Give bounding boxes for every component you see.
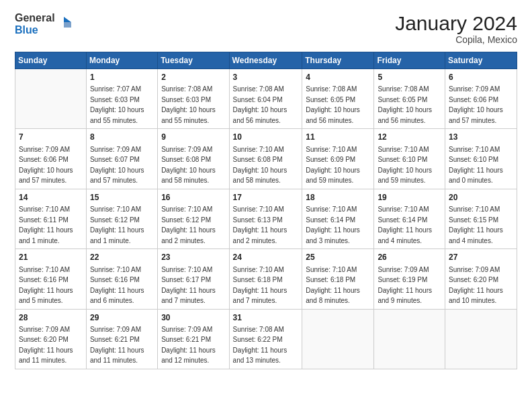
day-number: 6 xyxy=(449,72,513,83)
day-number: 5 xyxy=(378,72,441,83)
day-info: Sunrise: 7:10 AM Sunset: 6:11 PM Dayligh… xyxy=(19,205,73,244)
day-number: 17 xyxy=(233,192,299,203)
day-number: 29 xyxy=(90,312,154,324)
day-info: Sunrise: 7:10 AM Sunset: 6:13 PM Dayligh… xyxy=(233,205,287,244)
day-number: 2 xyxy=(161,72,225,83)
day-number: 1 xyxy=(90,72,154,83)
day-number: 9 xyxy=(161,132,225,143)
calendar-cell: 29 Sunrise: 7:09 AM Sunset: 6:21 PM Dayl… xyxy=(86,309,157,369)
calendar-cell xyxy=(445,309,517,369)
week-row-4: 21 Sunrise: 7:10 AM Sunset: 6:16 PM Dayl… xyxy=(15,249,517,309)
day-info: Sunrise: 7:08 AM Sunset: 6:22 PM Dayligh… xyxy=(233,326,287,365)
day-number: 26 xyxy=(378,252,441,263)
day-info: Sunrise: 7:10 AM Sunset: 6:16 PM Dayligh… xyxy=(19,266,73,305)
calendar-cell: 11 Sunrise: 7:10 AM Sunset: 6:09 PM Dayl… xyxy=(302,129,374,189)
day-info: Sunrise: 7:10 AM Sunset: 6:10 PM Dayligh… xyxy=(449,146,503,185)
calendar-cell: 6 Sunrise: 7:09 AM Sunset: 6:06 PM Dayli… xyxy=(445,69,517,129)
calendar-cell: 24 Sunrise: 7:10 AM Sunset: 6:18 PM Dayl… xyxy=(229,249,302,309)
day-number: 21 xyxy=(19,252,83,263)
calendar-cell: 9 Sunrise: 7:09 AM Sunset: 6:08 PM Dayli… xyxy=(158,129,229,189)
col-header-saturday: Saturday xyxy=(445,52,517,69)
calendar-cell: 22 Sunrise: 7:10 AM Sunset: 6:16 PM Dayl… xyxy=(86,249,157,309)
day-info: Sunrise: 7:08 AM Sunset: 6:05 PM Dayligh… xyxy=(306,85,360,124)
col-header-tuesday: Tuesday xyxy=(158,52,229,69)
day-info: Sunrise: 7:10 AM Sunset: 6:12 PM Dayligh… xyxy=(90,205,144,244)
day-info: Sunrise: 7:10 AM Sunset: 6:09 PM Dayligh… xyxy=(306,146,360,185)
day-info: Sunrise: 7:10 AM Sunset: 6:17 PM Dayligh… xyxy=(161,266,216,305)
calendar-table: SundayMondayTuesdayWednesdayThursdayFrid… xyxy=(15,52,517,369)
calendar-cell xyxy=(15,69,87,129)
logo-general: General xyxy=(15,12,55,24)
calendar-cell: 8 Sunrise: 7:09 AM Sunset: 6:07 PM Dayli… xyxy=(86,129,157,189)
logo-wordmark: General Blue xyxy=(15,12,55,36)
day-number: 14 xyxy=(19,192,83,203)
day-info: Sunrise: 7:08 AM Sunset: 6:03 PM Dayligh… xyxy=(161,85,216,124)
calendar-cell xyxy=(374,309,445,369)
calendar-cell: 21 Sunrise: 7:10 AM Sunset: 6:16 PM Dayl… xyxy=(15,249,87,309)
day-number: 12 xyxy=(378,132,441,143)
logo-blue: Blue xyxy=(15,24,55,36)
day-number: 10 xyxy=(233,132,299,143)
day-info: Sunrise: 7:09 AM Sunset: 6:06 PM Dayligh… xyxy=(449,85,503,124)
calendar-cell: 16 Sunrise: 7:10 AM Sunset: 6:12 PM Dayl… xyxy=(158,189,229,248)
calendar-cell: 3 Sunrise: 7:08 AM Sunset: 6:04 PM Dayli… xyxy=(229,69,302,129)
main-title: January 2024 xyxy=(395,12,517,34)
day-info: Sunrise: 7:10 AM Sunset: 6:10 PM Dayligh… xyxy=(378,146,432,185)
day-number: 20 xyxy=(449,192,513,203)
calendar-cell: 14 Sunrise: 7:10 AM Sunset: 6:11 PM Dayl… xyxy=(15,189,87,248)
day-number: 15 xyxy=(90,192,154,203)
day-info: Sunrise: 7:07 AM Sunset: 6:03 PM Dayligh… xyxy=(90,85,144,124)
day-number: 8 xyxy=(90,132,154,143)
day-number: 16 xyxy=(161,192,225,203)
logo-sail-icon xyxy=(56,15,71,30)
calendar-cell: 30 Sunrise: 7:09 AM Sunset: 6:21 PM Dayl… xyxy=(158,309,229,369)
day-info: Sunrise: 7:08 AM Sunset: 6:04 PM Dayligh… xyxy=(233,85,287,124)
day-info: Sunrise: 7:08 AM Sunset: 6:05 PM Dayligh… xyxy=(378,85,432,124)
day-info: Sunrise: 7:10 AM Sunset: 6:08 PM Dayligh… xyxy=(233,146,287,185)
calendar-cell: 12 Sunrise: 7:10 AM Sunset: 6:10 PM Dayl… xyxy=(374,129,445,189)
calendar-cell: 17 Sunrise: 7:10 AM Sunset: 6:13 PM Dayl… xyxy=(229,189,302,248)
calendar-cell: 23 Sunrise: 7:10 AM Sunset: 6:17 PM Dayl… xyxy=(158,249,229,309)
calendar-cell: 19 Sunrise: 7:10 AM Sunset: 6:14 PM Dayl… xyxy=(374,189,445,248)
calendar-cell: 1 Sunrise: 7:07 AM Sunset: 6:03 PM Dayli… xyxy=(86,69,157,129)
svg-marker-1 xyxy=(64,22,71,28)
day-info: Sunrise: 7:09 AM Sunset: 6:20 PM Dayligh… xyxy=(19,326,73,365)
col-header-monday: Monday xyxy=(86,52,157,69)
day-number: 11 xyxy=(306,132,370,143)
day-info: Sunrise: 7:10 AM Sunset: 6:16 PM Dayligh… xyxy=(90,266,144,305)
day-number: 22 xyxy=(90,252,154,263)
col-header-wednesday: Wednesday xyxy=(229,52,302,69)
day-number: 30 xyxy=(161,312,225,324)
calendar-cell: 27 Sunrise: 7:09 AM Sunset: 6:20 PM Dayl… xyxy=(445,249,517,309)
calendar-cell: 20 Sunrise: 7:10 AM Sunset: 6:15 PM Dayl… xyxy=(445,189,517,248)
week-row-5: 28 Sunrise: 7:09 AM Sunset: 6:20 PM Dayl… xyxy=(15,309,517,369)
calendar-cell: 26 Sunrise: 7:09 AM Sunset: 6:19 PM Dayl… xyxy=(374,249,445,309)
header: General Blue January 2024 Copila, Mexico xyxy=(15,12,517,45)
subtitle: Copila, Mexico xyxy=(395,34,517,45)
calendar-cell: 13 Sunrise: 7:10 AM Sunset: 6:10 PM Dayl… xyxy=(445,129,517,189)
week-row-1: 1 Sunrise: 7:07 AM Sunset: 6:03 PM Dayli… xyxy=(15,69,517,129)
day-info: Sunrise: 7:09 AM Sunset: 6:21 PM Dayligh… xyxy=(161,326,216,365)
page: General Blue January 2024 Copila, Mexico… xyxy=(0,0,532,411)
day-number: 23 xyxy=(161,252,225,263)
day-info: Sunrise: 7:10 AM Sunset: 6:14 PM Dayligh… xyxy=(306,205,360,244)
calendar-cell: 4 Sunrise: 7:08 AM Sunset: 6:05 PM Dayli… xyxy=(302,69,374,129)
svg-marker-0 xyxy=(64,17,71,22)
calendar-cell: 10 Sunrise: 7:10 AM Sunset: 6:08 PM Dayl… xyxy=(229,129,302,189)
day-number: 18 xyxy=(306,192,370,203)
day-number: 13 xyxy=(449,132,513,143)
week-row-2: 7 Sunrise: 7:09 AM Sunset: 6:06 PM Dayli… xyxy=(15,129,517,189)
day-info: Sunrise: 7:09 AM Sunset: 6:20 PM Dayligh… xyxy=(449,266,503,305)
calendar-cell: 25 Sunrise: 7:10 AM Sunset: 6:18 PM Dayl… xyxy=(302,249,374,309)
calendar-cell: 7 Sunrise: 7:09 AM Sunset: 6:06 PM Dayli… xyxy=(15,129,87,189)
day-info: Sunrise: 7:10 AM Sunset: 6:18 PM Dayligh… xyxy=(306,266,360,305)
day-info: Sunrise: 7:10 AM Sunset: 6:12 PM Dayligh… xyxy=(161,205,216,244)
calendar-cell: 2 Sunrise: 7:08 AM Sunset: 6:03 PM Dayli… xyxy=(158,69,229,129)
calendar-cell: 15 Sunrise: 7:10 AM Sunset: 6:12 PM Dayl… xyxy=(86,189,157,248)
calendar-cell: 28 Sunrise: 7:09 AM Sunset: 6:20 PM Dayl… xyxy=(15,309,87,369)
day-info: Sunrise: 7:10 AM Sunset: 6:14 PM Dayligh… xyxy=(378,205,432,244)
col-header-thursday: Thursday xyxy=(302,52,374,69)
calendar-cell: 31 Sunrise: 7:08 AM Sunset: 6:22 PM Dayl… xyxy=(229,309,302,369)
calendar-cell xyxy=(302,309,374,369)
day-info: Sunrise: 7:10 AM Sunset: 6:18 PM Dayligh… xyxy=(233,266,287,305)
